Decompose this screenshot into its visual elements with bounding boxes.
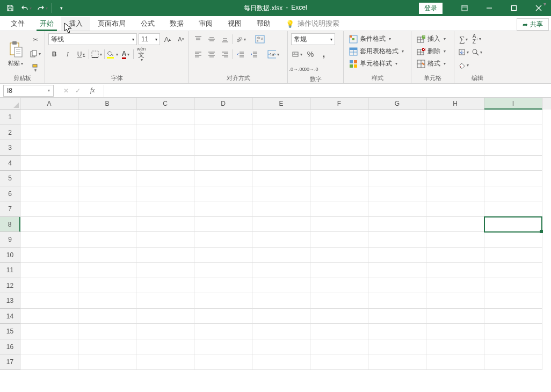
cell[interactable] [426,186,484,202]
cell[interactable] [136,156,194,171]
align-middle-icon[interactable] [206,33,218,45]
cell[interactable] [194,140,252,156]
cell[interactable] [310,110,368,125]
row-header[interactable]: 11 [0,263,20,278]
cell[interactable] [194,171,252,186]
cell[interactable] [368,309,426,324]
tab-view[interactable]: 视图 [220,17,249,31]
align-left-icon[interactable] [192,48,204,60]
cell[interactable] [368,110,426,125]
clear-icon[interactable] [458,59,469,71]
font-size-combo[interactable]: 11▾ [139,33,160,45]
accounting-format-icon[interactable] [291,48,303,60]
row-header[interactable]: 8 [0,217,20,233]
row-header[interactable]: 10 [0,248,20,263]
cell[interactable] [310,309,368,324]
align-bottom-icon[interactable] [219,33,231,45]
fx-icon[interactable]: fx [87,86,98,95]
cell[interactable] [368,324,426,339]
row-header[interactable]: 17 [0,354,20,370]
cell[interactable] [136,186,194,202]
cell[interactable] [426,263,484,278]
cell[interactable] [368,354,426,370]
format-painter-icon[interactable] [30,62,41,74]
cell[interactable] [252,293,310,309]
formula-input[interactable] [104,85,551,97]
tab-formulas[interactable]: 公式 [133,17,162,31]
cell[interactable] [20,309,78,324]
cell[interactable] [252,125,310,141]
comma-style-icon[interactable]: , [318,48,330,60]
row-header[interactable]: 14 [0,309,20,324]
increase-decimal-icon[interactable]: .0→.00 [291,63,303,75]
fill-icon[interactable] [458,46,469,58]
row-header[interactable]: 1 [0,110,20,125]
cell[interactable] [368,339,426,355]
cell[interactable] [426,324,484,339]
font-color-icon[interactable]: A [120,48,132,60]
save-icon[interactable] [3,1,17,15]
cell[interactable] [310,248,368,263]
cell[interactable] [310,354,368,370]
cell[interactable] [194,248,252,263]
cell[interactable] [426,354,484,370]
maximize-icon[interactable] [502,0,526,16]
cell[interactable] [426,110,484,125]
cell[interactable] [252,140,310,156]
cell[interactable] [78,232,136,248]
decrease-font-icon[interactable]: A▾ [175,33,187,45]
cell[interactable] [426,217,484,233]
column-header[interactable]: I [484,98,542,110]
cell[interactable] [194,156,252,171]
cell[interactable] [252,309,310,324]
cell[interactable] [194,217,252,233]
cell[interactable] [310,186,368,202]
cell[interactable] [194,186,252,202]
cell[interactable] [368,248,426,263]
row-header[interactable]: 9 [0,232,20,248]
cell[interactable] [310,201,368,217]
cell[interactable] [136,248,194,263]
tab-file[interactable]: 文件 [3,17,32,31]
cell[interactable] [484,324,542,339]
cell[interactable] [78,324,136,339]
cell[interactable] [310,278,368,294]
font-name-combo[interactable]: 等线▾ [48,33,137,45]
bold-button[interactable]: B [48,48,60,60]
cell[interactable] [20,125,78,141]
format-cells-button[interactable]: 格式 [415,58,448,69]
paste-button[interactable]: 粘贴 [3,41,27,67]
insert-cells-button[interactable]: +插入 [415,33,448,45]
cell[interactable] [20,186,78,202]
cell[interactable] [252,263,310,278]
ribbon-display-icon[interactable] [452,0,477,16]
cell[interactable] [426,339,484,355]
cell[interactable] [310,140,368,156]
cell[interactable] [194,263,252,278]
cell[interactable] [484,156,542,171]
cell[interactable] [484,171,542,186]
delete-cells-button[interactable]: 删除 [415,46,448,57]
cell[interactable] [484,140,542,156]
cell[interactable] [484,339,542,355]
minimize-icon[interactable] [477,0,502,16]
align-top-icon[interactable] [192,33,204,45]
cell[interactable] [78,293,136,309]
cell[interactable] [310,171,368,186]
cell[interactable] [252,201,310,217]
cell[interactable] [310,232,368,248]
cell[interactable] [310,339,368,355]
cell[interactable] [78,140,136,156]
cell[interactable] [484,354,542,370]
cell[interactable] [136,354,194,370]
conditional-formatting-button[interactable]: 条件格式 [347,33,393,45]
autosum-icon[interactable]: ∑ [458,33,469,45]
column-header[interactable]: C [136,98,194,110]
cell[interactable] [368,278,426,294]
cell[interactable] [78,309,136,324]
column-header[interactable]: A [20,98,78,110]
cell[interactable] [252,217,310,233]
format-as-table-button[interactable]: 套用表格格式 [347,46,406,57]
cell[interactable] [78,125,136,141]
wrap-text-icon[interactable]: abc [254,33,266,45]
